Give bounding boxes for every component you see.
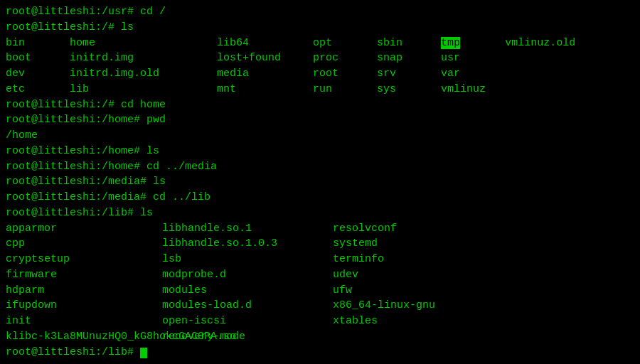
ls-root-row4: etc lib mnt run sys vmlinuz	[6, 82, 634, 97]
list-item: ufw	[333, 283, 489, 299]
list-item: udev	[333, 267, 489, 283]
line-cd-home: root@littleshi:/# cd home	[6, 97, 634, 113]
command: ls	[153, 176, 166, 188]
prompt: root@littleshi:/lib#	[6, 346, 140, 358]
ls-root-row3: dev initrd.img.old media root srv var	[6, 66, 634, 82]
line-ls-home: root@littleshi:/home# ls	[6, 144, 634, 159]
ls-lib-col2: libhandle.so.1 libhandle.so.1.0.3 lsb mo…	[162, 221, 333, 345]
list-item: apparmor	[6, 221, 162, 237]
list-item: modules	[162, 283, 333, 299]
prompt: root@littleshi:/#	[6, 99, 121, 111]
list-item: libhandle.so.1	[162, 221, 333, 237]
final-prompt: root@littleshi:/lib#	[6, 345, 634, 360]
line-1: root@littleshi:/usr# cd /	[6, 4, 634, 20]
list-item: init	[6, 314, 162, 329]
line-ls-media: root@littleshi:/media# ls	[6, 174, 634, 190]
command: pwd	[146, 114, 166, 126]
line-cd-media: root@littleshi:/home# cd ../media	[6, 159, 634, 175]
command: cd ../media	[146, 161, 217, 173]
prompt: root@littleshi:/#	[6, 21, 121, 33]
list-item: libhandle.so.1.0.3	[162, 236, 333, 252]
command: cd home	[121, 99, 166, 111]
list-item: x86_64-linux-gnu	[333, 298, 489, 314]
line-2: root@littleshi:/# ls	[6, 20, 634, 36]
tmp-highlighted: tmp	[441, 37, 460, 49]
list-item: resolvconf	[333, 221, 489, 237]
terminal-window: root@littleshi:/usr# cd / root@littleshi…	[0, 0, 640, 364]
list-item: systemd	[333, 236, 489, 252]
list-item: ifupdown	[6, 298, 162, 314]
command: cd /	[140, 6, 166, 18]
prompt: root@littleshi:/home#	[6, 161, 146, 173]
line-pwd: root@littleshi:/home# pwd	[6, 112, 634, 128]
command: cd ../lib	[153, 191, 210, 203]
prompt: root@littleshi:/lib#	[6, 207, 140, 219]
list-item: lsb	[162, 252, 333, 267]
line-cd-lib: root@littleshi:/media# cd ../lib	[6, 190, 634, 205]
line-ls-lib: root@littleshi:/lib# ls	[6, 205, 634, 221]
list-item: xtables	[333, 314, 489, 329]
prompt: root@littleshi:/media#	[6, 191, 153, 203]
ls-root-row1: bin home lib64 opt sbin tmp vmlinuz.old	[6, 36, 634, 51]
ls-root-row2: boot initrd.img lost+found proc snap usr	[6, 50, 634, 66]
prompt: root@littleshi:/media#	[6, 176, 153, 188]
ls-lib-output: apparmor cpp cryptsetup firmware hdparm …	[6, 221, 634, 345]
list-item: firmware	[6, 267, 162, 283]
output-home: /home	[6, 128, 634, 144]
prompt: root@littleshi:/home#	[6, 145, 146, 157]
list-item: cryptsetup	[6, 252, 162, 267]
list-item: hdparm	[6, 283, 162, 299]
ls-lib-col3: resolvconf systemd terminfo udev ufw x86…	[333, 221, 489, 345]
list-item: klibc-k3La8MUnuzHQ0_kG8hokcGAC0PA.so	[6, 329, 162, 345]
cursor	[140, 348, 147, 358]
list-item: modprobe.d	[162, 267, 333, 283]
ls-lib-col1: apparmor cpp cryptsetup firmware hdparm …	[6, 221, 162, 345]
prompt: root@littleshi:/home#	[6, 114, 146, 126]
prompt: root@littleshi:/usr#	[6, 6, 140, 18]
command: ls	[140, 207, 153, 219]
list-item: open-iscsi	[162, 314, 333, 329]
command: ls	[121, 21, 134, 33]
list-item: terminfo	[333, 252, 489, 267]
list-item: cpp	[6, 236, 162, 252]
command: ls	[146, 145, 159, 157]
list-item: recovery-mode	[162, 329, 333, 345]
list-item: modules-load.d	[162, 298, 333, 314]
